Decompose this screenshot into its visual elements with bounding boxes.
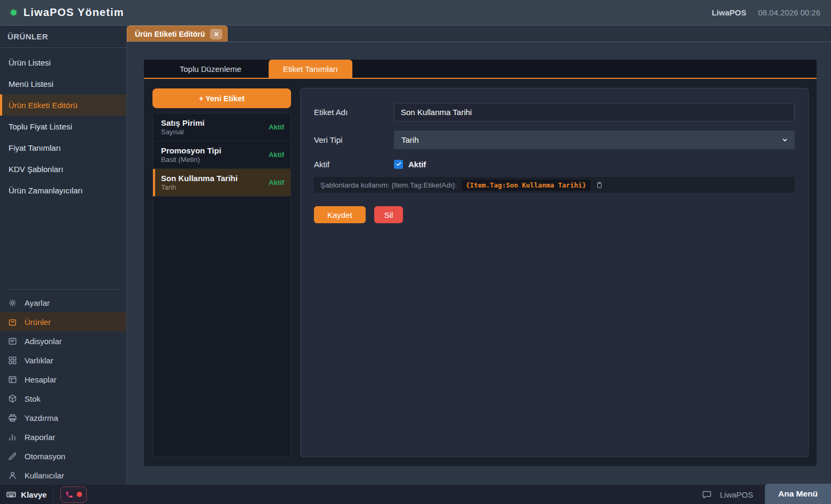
- chat-button[interactable]: [701, 489, 712, 500]
- table-icon: [7, 375, 18, 385]
- name-field-label: Etiket Adı: [314, 108, 394, 117]
- tag-name: Satış Pirimi: [161, 118, 269, 128]
- tag-edit-form: Etiket Adı Veri Tipi Tarih Aktif: [300, 88, 809, 457]
- sidebar-item-yazdirma[interactable]: Yazdırma: [0, 408, 126, 427]
- sidebar-item-otomasyon[interactable]: Otomasyon: [0, 446, 126, 466]
- sidebar-item-label: Fiyat Tanımları: [9, 143, 61, 152]
- sidebar-item-label: Kullanıcılar: [25, 471, 64, 480]
- sidebar-item-urun-etiketi-editoru[interactable]: Ürün Etiketi Editörü: [0, 94, 126, 116]
- sidebar-item-urun-zamanlayicilari[interactable]: Ürün Zamanlayıcıları: [0, 180, 126, 201]
- tag-type: Basit (Metin): [161, 156, 269, 164]
- tab-etiket-tanimlari[interactable]: Etiket Tanımları: [269, 60, 352, 78]
- sidebar-item-hesaplar[interactable]: Hesaplar: [0, 370, 126, 389]
- doc-tab-label: Ürün Etiketi Editörü: [135, 30, 205, 38]
- close-icon[interactable]: ×: [210, 29, 222, 39]
- topbar-datetime: 08.04.2026 00:26: [758, 8, 820, 17]
- phone-button[interactable]: [60, 486, 87, 503]
- sidebar-item-kdv-sablonlari[interactable]: KDV Şablonları: [0, 158, 126, 180]
- clipboard-icon: [595, 181, 603, 189]
- tag-list: Satış Pirimi Sayısal Aktif Promosyon Tip…: [152, 113, 291, 457]
- form-row-active: Aktif Aktif: [314, 158, 795, 170]
- app-title: LiwaPOS Yönetim: [23, 6, 124, 19]
- keyboard-icon: [6, 489, 17, 500]
- sidebar-item-label: KDV Şablonları: [9, 165, 63, 174]
- usage-code-chip: {Item.Tag:Son Kullanma Tarihi}: [462, 180, 591, 191]
- usage-hint-text: Şablonlarda kullanım: {Item.Tag:EtiketAd…: [320, 181, 457, 189]
- sidebar-item-label: Ürün Etiketi Editörü: [9, 101, 77, 110]
- sidebar-item-label: Ürün Zamanlayıcıları: [9, 186, 83, 195]
- active-checkbox[interactable]: [394, 160, 403, 169]
- sidebar-item-urun-listesi[interactable]: Ürün Listesi: [0, 52, 126, 73]
- sidebar-item-label: Adisyonlar: [25, 337, 62, 346]
- sidebar-item-raporlar[interactable]: Raporlar: [0, 427, 126, 446]
- chevron-down-icon: [781, 136, 789, 144]
- tag-name: Son Kullanma Tarihi: [161, 173, 269, 184]
- save-button[interactable]: Kaydet: [314, 206, 366, 223]
- keyboard-button-label: Klavye: [21, 490, 46, 499]
- bottombar-right: LiwaPOS Ana Menü: [701, 485, 831, 504]
- tag-type: Tarih: [161, 183, 269, 192]
- sidebar-item-stok[interactable]: Stok: [0, 389, 126, 408]
- tag-text: Satış Pirimi Sayısal: [161, 118, 269, 137]
- sidebar-item-label: Toplu Fiyat Listesi: [9, 122, 72, 131]
- doc-tab-urun-etiketi-editoru[interactable]: Ürün Etiketi Editörü ×: [127, 26, 228, 42]
- etiket-editor-panel: Toplu Düzenleme Etiket Tanımları + Yeni …: [144, 60, 817, 466]
- tab-toplu-duzenleme[interactable]: Toplu Düzenleme: [165, 60, 256, 78]
- active-checkbox-label: Aktif: [408, 160, 426, 169]
- sidebar-item-label: Ürünler: [25, 318, 51, 327]
- sidebar-item-label: Ayarlar: [25, 298, 50, 307]
- sidebar: ÜRÜNLER Ürün Listesi Menü Listesi Ürün E…: [0, 26, 127, 485]
- status-badge: Aktif: [269, 178, 284, 186]
- divider: [6, 289, 120, 290]
- status-badge: Aktif: [269, 151, 284, 159]
- data-type-select[interactable]: Tarih: [394, 131, 795, 149]
- topbar-username: LiwaPOS: [712, 8, 746, 17]
- sidebar-item-label: Varlıklar: [25, 356, 53, 365]
- panel-tab-bar: Toplu Düzenleme Etiket Tanımları: [144, 60, 817, 79]
- sidebar-item-menu-listesi[interactable]: Menü Listesi: [0, 73, 126, 94]
- sidebar-item-label: Otomasyon: [25, 452, 66, 461]
- sidebar-item-urunler[interactable]: Ürünler: [0, 312, 126, 331]
- tag-name-input[interactable]: [394, 103, 795, 121]
- tag-list-item-promosyon-tipi[interactable]: Promosyon Tipi Basit (Metin) Aktif: [153, 141, 291, 169]
- phone-icon: [65, 490, 74, 499]
- main-menu-button[interactable]: Ana Menü: [765, 484, 831, 504]
- sidebar-item-toplu-fiyat-listesi[interactable]: Toplu Fiyat Listesi: [0, 116, 126, 137]
- new-tag-button[interactable]: + Yeni Etiket: [152, 88, 291, 108]
- tag-list-item-son-kullanma-tarihi[interactable]: Son Kullanma Tarihi Tarih Aktif: [153, 169, 291, 197]
- sidebar-item-fiyat-tanimlari[interactable]: Fiyat Tanımları: [0, 137, 126, 158]
- tag-name: Promosyon Tipi: [161, 145, 269, 156]
- sidebar-item-ayarlar[interactable]: Ayarlar: [0, 293, 126, 312]
- copy-button[interactable]: [595, 181, 603, 189]
- type-field-label: Veri Tipi: [314, 135, 394, 144]
- bottombar-brand: LiwaPOS: [720, 490, 753, 499]
- active-field-label: Aktif: [314, 160, 394, 169]
- tag-list-column: + Yeni Etiket Satış Pirimi Sayısal Aktif…: [152, 88, 291, 457]
- form-row-type: Veri Tipi Tarih: [314, 131, 795, 149]
- tab-label: Toplu Düzenleme: [180, 64, 241, 74]
- tag-list-item-satis-pirimi[interactable]: Satış Pirimi Sayısal Aktif: [153, 113, 291, 141]
- keyboard-button[interactable]: Klavye: [0, 485, 53, 504]
- sidebar-item-label: Raporlar: [25, 433, 55, 442]
- cube-icon: [7, 394, 18, 404]
- sidebar-section-title: ÜRÜNLER: [0, 26, 126, 48]
- form-actions: Kaydet Sil: [314, 206, 795, 223]
- tab-label: Etiket Tanımları: [283, 64, 338, 74]
- topbar-right: LiwaPOS 08.04.2026 00:26: [712, 8, 820, 17]
- gear-icon: [7, 298, 18, 308]
- top-bar: LiwaPOS Yönetim LiwaPOS 08.04.2026 00:26: [0, 0, 831, 26]
- document-tab-strip: Ürün Etiketi Editörü ×: [127, 26, 831, 42]
- delete-button[interactable]: Sil: [374, 206, 404, 223]
- receipt-icon: [7, 336, 18, 346]
- bar-chart-icon: [7, 432, 18, 442]
- chat-bubble-icon: [701, 489, 712, 500]
- main-content: Toplu Düzenleme Etiket Tanımları + Yeni …: [127, 42, 831, 485]
- tag-text: Promosyon Tipi Basit (Metin): [161, 145, 269, 165]
- sidebar-item-varliklar[interactable]: Varlıklar: [0, 351, 126, 370]
- sidebar-nav: Ürün Listesi Menü Listesi Ürün Etiketi E…: [0, 48, 126, 201]
- online-status-dot: [11, 10, 17, 15]
- bottom-bar: Klavye LiwaPOS Ana Menü: [0, 485, 831, 504]
- sidebar-item-kullanicilar[interactable]: Kullanıcılar: [0, 466, 126, 485]
- notification-dot: [77, 492, 82, 497]
- sidebar-item-adisyonlar[interactable]: Adisyonlar: [0, 331, 126, 351]
